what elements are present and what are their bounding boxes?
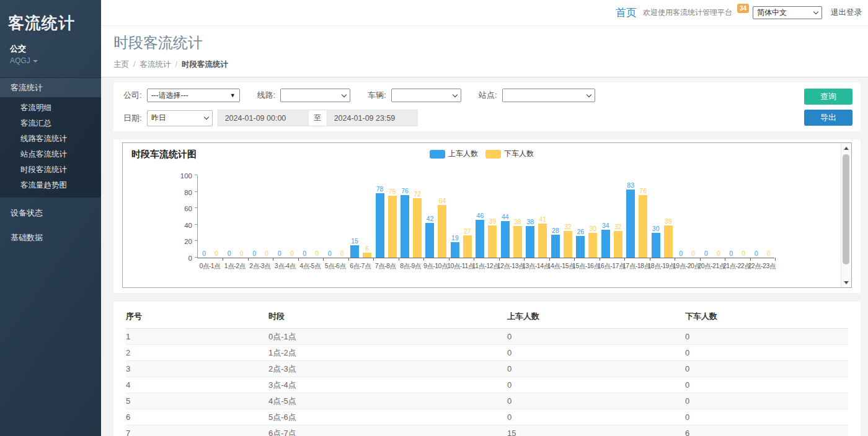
filter-row-2: 日期: 昨日 2024-01-09 00:00 至 2024-01-09 23:…	[123, 110, 851, 126]
bar-column-boarding: 46	[476, 212, 484, 258]
x-axis-tick-label: 16点-17点	[599, 262, 624, 271]
bar-value-label: 30	[589, 225, 596, 232]
bar-boarding	[376, 193, 384, 258]
scroll-down-arrow[interactable]	[841, 277, 851, 287]
bar-value-label: 83	[627, 181, 634, 189]
sidebar-item[interactable]: 站点客流统计	[0, 147, 101, 162]
bar-column-boarding: 0	[752, 250, 761, 258]
bar-boarding	[451, 242, 459, 258]
chart-category-group: 00	[298, 250, 323, 258]
bar-column-alighting: 0	[312, 250, 321, 258]
bar-column-alighting: 0	[338, 250, 347, 258]
chart-category-group: 00	[323, 250, 348, 258]
bar-alighting	[564, 231, 572, 258]
bar-alighting	[588, 233, 597, 258]
legend-item[interactable]: 下车人数	[485, 149, 534, 159]
bar-alighting	[463, 235, 472, 258]
table-header-row: 序号时段上车人数下车人数	[126, 308, 848, 329]
sidebar-item[interactable]: 线路客流统计	[0, 131, 101, 147]
line-label: 线路:	[257, 90, 276, 101]
query-button[interactable]: 查询	[804, 89, 852, 105]
sidebar-section-0[interactable]: 客流统计	[0, 78, 101, 97]
table-cell: 0	[507, 361, 685, 377]
legend-item[interactable]: 上车人数	[430, 149, 478, 159]
bar-alighting	[438, 205, 446, 258]
chart-category-group: 00	[223, 250, 247, 258]
x-axis-tick-label: 14点-15点	[549, 262, 574, 271]
x-axis-tick-label: 6点-7点	[348, 262, 373, 271]
bar-value-label: 0	[315, 250, 319, 257]
chart-category-group: 00	[273, 250, 298, 258]
bar-column-boarding: 76	[401, 187, 409, 258]
bar-value-label: 19	[451, 234, 459, 242]
date-preset-select[interactable]: 昨日	[147, 110, 213, 126]
sidebar-item[interactable]: 客流汇总	[0, 116, 101, 131]
language-value: 简体中文	[757, 7, 787, 18]
chart-category-group: 00	[248, 250, 273, 258]
x-axis-tick-mark	[549, 258, 550, 261]
sidebar-section-2[interactable]: 基础数据	[0, 228, 101, 247]
export-button[interactable]: 导出	[804, 110, 852, 126]
logout-link[interactable]: 退出登录	[831, 7, 862, 18]
company-select[interactable]: ---请选择--- ▼	[147, 89, 240, 102]
table-cell: 1	[126, 329, 268, 345]
breadcrumb-link[interactable]: 主页	[113, 60, 129, 69]
bar-value-label: 0	[278, 250, 281, 257]
notification-badge[interactable]: 34	[737, 4, 749, 13]
home-link[interactable]: 首页	[616, 6, 637, 20]
bar-column-alighting: 30	[588, 225, 597, 258]
sidebar-section-1[interactable]: 设备状态	[0, 203, 101, 222]
y-axis-tick-label: 0	[174, 255, 192, 262]
bar-value-label: 26	[577, 228, 584, 235]
sidebar-item[interactable]: 客流明细	[0, 100, 101, 116]
x-axis-tick-mark	[725, 258, 725, 261]
date-from-input[interactable]: 2024-01-09 00:00	[218, 110, 309, 126]
breadcrumb-separator: /	[133, 60, 135, 69]
vehicle-select[interactable]	[391, 89, 461, 102]
table-cell: 0	[685, 345, 848, 361]
station-select[interactable]	[502, 89, 595, 102]
chart-x-axis-labels: 0点-1点1点-2点2点-3点3点-4点4点-5点5点-6点6点-7点7点-8点…	[197, 262, 774, 271]
language-select[interactable]: 简体中文	[753, 6, 822, 19]
bar-column-alighting: 75	[388, 188, 397, 258]
bar-alighting	[488, 225, 497, 258]
chart-vertical-scrollbar[interactable]	[841, 143, 851, 287]
table-row: 54点-5点00	[126, 393, 848, 409]
bar-column-alighting: 0	[764, 250, 773, 258]
x-axis-tick-mark	[775, 258, 776, 261]
org-name: 公交	[0, 34, 101, 54]
bar-column-alighting: 0	[262, 250, 271, 258]
table-cell: 0	[507, 329, 685, 345]
table-cell: 5点-6点	[268, 409, 507, 425]
bar-boarding	[350, 245, 359, 258]
chevron-down-icon	[342, 92, 347, 97]
date-to-input[interactable]: 2024-01-09 23:59	[327, 110, 418, 126]
bar-value-label: 64	[439, 197, 446, 204]
x-axis-tick-mark	[298, 258, 299, 261]
y-axis-tick-mark	[195, 191, 198, 192]
bar-value-label: 76	[401, 187, 409, 194]
sidebar-item[interactable]: 客流量趋势图	[0, 178, 101, 193]
filter-row-1: 公司: ---请选择--- ▼ 线路: 车辆: 站点:	[123, 89, 851, 102]
bar-column-alighting: 38	[513, 218, 522, 258]
sidebar-menu: 客流统计客流明细客流汇总线路客流统计站点客流统计时段客流统计客流量趋势图设备状态…	[0, 77, 101, 253]
org-code-dropdown[interactable]: AQGJ	[0, 54, 101, 65]
table-row: 21点-2点00	[126, 345, 848, 361]
scrollbar-thumb[interactable]	[843, 154, 849, 264]
chart-category-group: 3432	[600, 222, 624, 258]
scroll-up-arrow[interactable]	[841, 143, 851, 153]
table-cell: 0	[507, 377, 685, 393]
chart-category-group: 2832	[549, 223, 574, 258]
table-cell: 1点-2点	[268, 345, 507, 361]
x-axis-tick-mark	[273, 258, 273, 261]
breadcrumb-link[interactable]: 客流统计	[140, 60, 170, 69]
y-axis-tick-mark	[195, 175, 198, 175]
chevron-down-icon	[203, 115, 208, 120]
chart-panel: 时段车流统计图 上车人数下车人数 00000000000015678757672…	[113, 139, 861, 293]
x-axis-tick-mark	[750, 258, 751, 261]
chevron-down-icon	[453, 92, 458, 97]
chart-category-group: 1927	[449, 227, 474, 258]
sidebar-item[interactable]: 时段客流统计	[0, 162, 101, 178]
bar-boarding	[526, 226, 534, 258]
line-select[interactable]	[280, 89, 350, 102]
